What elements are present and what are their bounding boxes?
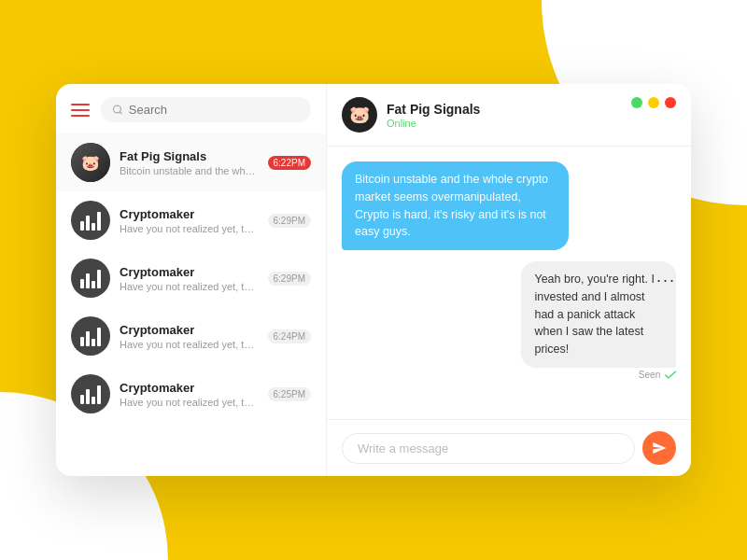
convo-info: Cryptomaker Have you not realized yet, t… xyxy=(120,323,259,350)
conversation-item-fat-pig-signals[interactable]: 🐷 Fat Pig Signals Bitcoin unstable and t… xyxy=(56,133,326,191)
convo-name: Cryptomaker xyxy=(120,265,259,279)
time-badge: 6:29PM xyxy=(268,272,311,286)
chat-contact-status: Online xyxy=(387,118,644,129)
app-window: 🐷 Fat Pig Signals Bitcoin unstable and t… xyxy=(56,84,691,476)
convo-name: Cryptomaker xyxy=(120,323,259,337)
right-panel: 🐷 Fat Pig Signals Online ··· Bitcoin uns… xyxy=(327,84,691,476)
convo-info: Cryptomaker Have you not realized yet, t… xyxy=(120,265,259,292)
green-dot-icon[interactable] xyxy=(631,97,642,108)
chat-input-area xyxy=(327,419,691,476)
conversation-item-cryptomaker-2[interactable]: Cryptomaker Have you not realized yet, t… xyxy=(56,249,326,307)
avatar xyxy=(71,374,110,413)
message-text: Yeah bro, you're right. I invested and I… xyxy=(534,273,654,356)
left-header xyxy=(56,97,326,133)
search-box[interactable] xyxy=(101,97,311,122)
bar-chart-icon xyxy=(80,384,101,404)
time-badge: 6:24PM xyxy=(268,329,311,343)
chat-header: 🐷 Fat Pig Signals Online ··· xyxy=(327,84,691,147)
send-button[interactable] xyxy=(642,431,676,465)
convo-preview: Bitcoin unstable and the whole ... xyxy=(120,165,259,176)
time-badge: 6:29PM xyxy=(268,214,311,228)
convo-info: Cryptomaker Have you not realized yet, t… xyxy=(120,207,259,234)
convo-info: Cryptomaker Have you not realized yet, t… xyxy=(120,381,259,408)
convo-name: Fat Pig Signals xyxy=(120,149,259,163)
red-dot-icon[interactable] xyxy=(665,97,676,108)
convo-preview: Have you not realized yet, that ... xyxy=(120,223,259,234)
chat-contact-name: Fat Pig Signals xyxy=(387,102,644,117)
avatar xyxy=(71,259,110,298)
conversation-item-cryptomaker-3[interactable]: Cryptomaker Have you not realized yet, t… xyxy=(56,307,326,365)
conversation-item-cryptomaker-1[interactable]: Cryptomaker Have you not realized yet, t… xyxy=(56,191,326,249)
message-text: Bitcoin unstable and the whole crypto ma… xyxy=(355,173,548,238)
left-panel: 🐷 Fat Pig Signals Bitcoin unstable and t… xyxy=(56,84,327,476)
avatar xyxy=(71,316,110,356)
bar-chart-icon xyxy=(80,268,101,288)
avatar xyxy=(71,201,110,240)
convo-name: Cryptomaker xyxy=(120,207,259,221)
window-controls xyxy=(631,97,676,108)
message-input[interactable] xyxy=(342,433,635,464)
conversation-item-cryptomaker-4[interactable]: Cryptomaker Have you not realized yet, t… xyxy=(56,365,326,423)
hamburger-menu-button[interactable] xyxy=(71,104,90,117)
send-icon xyxy=(652,441,667,455)
time-badge: 6:25PM xyxy=(268,387,311,401)
chat-info: Fat Pig Signals Online xyxy=(387,102,644,129)
chat-messages: Bitcoin unstable and the whole crypto ma… xyxy=(327,147,691,419)
message-incoming-1: Bitcoin unstable and the whole crypto ma… xyxy=(342,161,569,250)
svg-line-1 xyxy=(120,112,121,114)
search-input[interactable] xyxy=(129,103,300,117)
convo-preview: Have you not realized yet, that ... xyxy=(120,339,259,350)
yellow-dot-icon[interactable] xyxy=(648,97,659,108)
more-options-button[interactable]: ··· xyxy=(656,271,676,290)
time-badge: 6:22PM xyxy=(268,156,311,170)
message-outgoing-1: Yeah bro, you're right. I invested and I… xyxy=(521,261,676,368)
convo-preview: Have you not realized yet, that ... xyxy=(120,397,259,408)
svg-point-0 xyxy=(113,105,120,113)
seen-checkmark-icon xyxy=(665,371,676,380)
bar-chart-icon xyxy=(80,210,101,231)
message-seen-label: Seen xyxy=(639,370,676,380)
convo-name: Cryptomaker xyxy=(120,381,259,395)
chat-avatar: 🐷 xyxy=(342,97,377,133)
convo-preview: Have you not realized yet, that ... xyxy=(120,281,259,292)
conversation-list: 🐷 Fat Pig Signals Bitcoin unstable and t… xyxy=(56,133,326,476)
search-icon xyxy=(112,104,123,116)
bar-chart-icon xyxy=(80,326,101,346)
avatar: 🐷 xyxy=(71,143,110,182)
convo-info: Fat Pig Signals Bitcoin unstable and the… xyxy=(120,149,259,176)
